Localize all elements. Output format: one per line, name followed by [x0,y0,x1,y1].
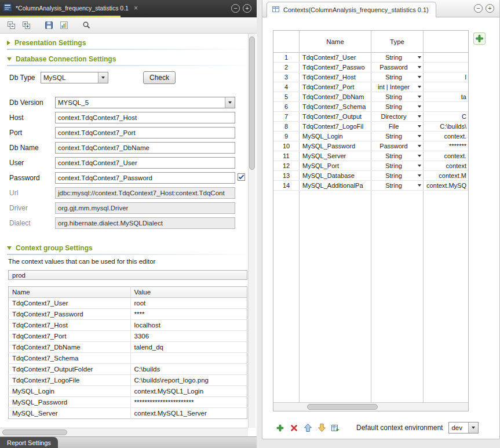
context-row[interactable]: 8 TdqContext7_LogoFil File C:\builds\ [273,122,468,132]
section-collapsed-icon[interactable] [7,41,10,45]
table-horizontal-scrollbar[interactable] [273,402,468,411]
value-cell[interactable]: C:\builds\ [424,122,468,131]
tab-close-icon[interactable]: × [134,4,138,12]
table-row[interactable]: TdqContext7_LogoFile C:\builds\report_lo… [9,375,247,386]
type-cell[interactable]: String [371,102,424,111]
section-database-connection-settings[interactable]: Database Connection Settings [7,54,248,64]
value-cell[interactable]: ta [424,92,468,101]
section-presentation-settings[interactable]: Presentation Settings [7,38,248,48]
maximize-button[interactable]: + [243,4,251,13]
type-dropdown-icon[interactable] [418,145,421,147]
type-cell[interactable]: String [371,72,424,82]
refresh-chart-button[interactable] [59,20,70,31]
table-row[interactable]: MySQL_Password *********************** [9,397,247,408]
move-up-button[interactable] [301,421,315,434]
name-cell[interactable]: TdqContext7_Port [9,331,131,342]
editor-tab[interactable]: *ColumnAnalysis_frequency_statistics 0.1… [0,0,143,16]
table-row[interactable]: MySQL_Login context.MySQL1_Login [9,386,247,397]
value-cell[interactable]: *********************** [130,397,247,408]
value-cell[interactable]: context.MySQL1_Server [130,408,247,419]
name-cell[interactable]: TdqContext7_Schema [9,353,131,364]
table-row[interactable]: TdqContext7_DbName talend_dq [9,342,247,353]
value-cell[interactable]: context [424,161,468,170]
name-cell[interactable]: TdqContext7_Host [9,320,131,331]
name-cell[interactable]: TdqContext7_LogoFile [9,375,131,386]
table-row[interactable]: TdqContext7_OutputFolder C:\builds [9,364,247,375]
name-cell[interactable]: MySQL_Database [300,171,371,180]
maximize-button[interactable]: + [486,4,494,13]
type-dropdown-icon[interactable] [418,96,421,98]
name-cell[interactable]: TdqContext7_Port [300,82,371,92]
context-row[interactable]: 10 MySQL_Password Password ******* [273,141,468,151]
name-cell[interactable]: MySQL_AdditionalPa [300,181,371,190]
type-dropdown-icon[interactable] [418,135,421,137]
type-cell[interactable]: String [371,53,424,62]
field-input[interactable]: context.TdqContext7_Host [55,112,235,123]
value-cell[interactable]: context. [424,151,468,161]
section-expanded-icon[interactable] [7,246,12,250]
add-variable-button[interactable] [273,421,287,434]
context-row[interactable]: 11 MySQL_Server String context. [273,151,468,161]
context-row[interactable]: 13 MySQL_Database String context.M [273,171,468,181]
value-cell[interactable]: ******* [424,141,468,151]
type-dropdown-icon[interactable] [418,125,421,128]
name-cell[interactable]: MySQL_Server [300,151,371,161]
name-cell[interactable]: MySQL_Port [300,161,371,170]
collapse-all-button[interactable] [6,20,17,31]
vertical-scrollbar-thumb[interactable] [249,37,255,170]
name-cell[interactable]: MySQL_Login [9,386,131,397]
value-cell[interactable] [130,353,247,364]
type-cell[interactable]: Password [371,141,424,151]
context-row[interactable]: 14 MySQL_AdditionalPa String context.MyS… [273,181,468,191]
type-cell[interactable]: String [371,181,424,190]
type-dropdown-icon[interactable] [418,174,421,177]
zoom-button[interactable] [81,20,92,31]
value-cell[interactable]: C:\builds [130,364,247,375]
type-cell[interactable]: String [371,161,424,170]
password-mask-checkbox[interactable] [238,173,245,181]
field-input[interactable]: context.TdqContext7_Port [55,127,235,139]
repository-context-button[interactable] [329,421,342,434]
context-row[interactable]: 12 MySQL_Port String context [273,161,468,171]
name-cell[interactable]: TdqContext7_OutputFolder [9,364,131,375]
type-cell[interactable]: Password [371,63,424,72]
value-cell[interactable]: context.M [424,171,468,180]
name-cell[interactable]: TdqContext7_User [9,298,131,309]
type-dropdown-icon[interactable] [418,66,421,68]
field-input[interactable]: context.TdqContext7_DbName [55,142,235,154]
name-cell[interactable]: TdqContext7_DbNam [300,92,371,101]
value-cell[interactable]: talend_dq [130,342,247,353]
table-horizontal-scrollbar-thumb[interactable] [307,404,378,410]
context-row[interactable]: 7 TdqContext7_Output Directory C [273,112,468,122]
type-dropdown-icon[interactable] [418,56,421,59]
name-cell[interactable]: TdqContext7_Password [9,309,131,320]
name-cell[interactable]: TdqContext7_Passwo [300,63,371,72]
section-context-group-settings[interactable]: Context group Settings [7,243,248,253]
type-cell[interactable]: String [371,132,424,141]
value-cell[interactable] [424,102,468,111]
value-cell[interactable] [424,82,468,92]
context-row[interactable]: 6 TdqContext7_Schema String [273,102,468,112]
vertical-scrollbar[interactable] [248,34,256,428]
context-row[interactable]: 2 TdqContext7_Passwo Password [273,63,468,72]
type-cell[interactable]: Directory [371,112,424,121]
context-row[interactable]: 3 TdqContext7_Host String l [273,72,468,82]
context-row[interactable]: 5 TdqContext7_DbNam String ta [273,92,468,102]
type-dropdown-icon[interactable] [418,105,421,108]
name-cell[interactable]: TdqContext7_Host [300,72,371,82]
value-cell[interactable] [424,63,468,72]
value-cell[interactable] [424,53,468,62]
report-settings-tab[interactable]: Report Settings [0,437,58,448]
add-context-button[interactable] [473,32,486,45]
type-cell[interactable]: String [371,171,424,180]
value-cell[interactable]: localhost [130,320,247,331]
minimize-button[interactable]: − [231,4,240,13]
value-cell[interactable]: l [424,72,468,82]
value-cell[interactable]: root [130,298,247,309]
name-cell[interactable]: MySQL_Server [9,408,131,419]
type-cell[interactable]: String [371,92,424,101]
table-row[interactable]: TdqContext7_Host localhost [9,320,247,331]
type-dropdown-icon[interactable] [418,115,421,118]
value-cell[interactable]: context.MySQ [424,181,468,190]
section-expanded-icon[interactable] [7,57,12,61]
